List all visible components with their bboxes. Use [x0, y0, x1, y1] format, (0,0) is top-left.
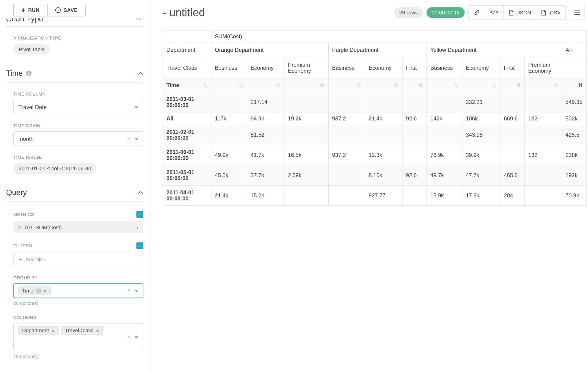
- embed-code-button[interactable]: </>: [485, 6, 504, 20]
- save-button[interactable]: SAVE: [48, 4, 85, 16]
- value-cell: [284, 185, 328, 205]
- column-sort-header[interactable]: [247, 78, 284, 92]
- sort-icon: [454, 83, 459, 88]
- value-cell: 106k: [462, 112, 500, 125]
- time-column-select[interactable]: Travel Date: [13, 100, 143, 114]
- column-sort-header[interactable]: [211, 78, 247, 92]
- add-filter-label: Add filter: [25, 256, 46, 263]
- column-sort-header[interactable]: [500, 78, 525, 92]
- metric-header-row: SUM(Cost): [163, 30, 587, 43]
- clear-icon[interactable]: ×: [127, 334, 131, 340]
- selected-value-tag[interactable]: Timei×: [18, 286, 51, 295]
- column-sort-header[interactable]: [284, 78, 328, 92]
- leaf-header-cell: Business: [427, 57, 462, 78]
- column-sort-header[interactable]: [525, 78, 562, 92]
- time-sort-header[interactable]: Time: [163, 78, 211, 92]
- file-icon: [541, 10, 546, 16]
- row-header: 2011-02-01 00:00:00: [163, 125, 211, 145]
- value-cell: 132: [525, 112, 562, 125]
- value-cell: 81.52: [247, 125, 284, 145]
- sort-icon: [418, 83, 423, 88]
- value-cell: [328, 165, 365, 185]
- leaf-header-cell: Economy: [462, 57, 500, 78]
- download-csv-button[interactable]: .CSV: [536, 6, 566, 20]
- clear-icon[interactable]: ×: [127, 135, 131, 141]
- metric-name: SUM(Cost): [36, 224, 62, 230]
- column-sort-header[interactable]: [462, 78, 500, 92]
- value-cell: 49.7k: [427, 165, 462, 185]
- group-by-select[interactable]: Timei× ×: [13, 283, 143, 298]
- menu-button[interactable]: [570, 6, 585, 20]
- column-sort-header[interactable]: [427, 78, 462, 92]
- value-cell: [525, 165, 562, 185]
- columns-tags: Department×Travel Class×: [18, 326, 103, 335]
- chevron-right-icon: ›: [136, 224, 139, 231]
- plus-circle-icon: [55, 7, 61, 13]
- row-header: 2011-04-01 00:00:00: [163, 185, 211, 205]
- selected-value-tag[interactable]: Department×: [18, 326, 59, 335]
- add-filter-button[interactable]: + Add filter: [13, 253, 143, 266]
- group-header-cell: All: [562, 43, 587, 57]
- column-sort-header[interactable]: [328, 78, 365, 92]
- visualization-type-value[interactable]: Pivot Table: [13, 44, 50, 54]
- column-sort-header[interactable]: [562, 78, 587, 92]
- clipped-section-header: Chart Type: [6, 18, 143, 24]
- remove-tag-icon[interactable]: ×: [96, 328, 99, 333]
- share-link-button[interactable]: [469, 6, 485, 20]
- value-cell: 19.2k: [284, 112, 328, 125]
- table-row: 2011-05-01 00:00:0045.5k37.7k2.69k8.16k9…: [163, 165, 587, 185]
- value-cell: [525, 92, 562, 112]
- info-icon: i: [36, 288, 41, 293]
- clear-icon[interactable]: ×: [127, 287, 131, 293]
- chevron-down-icon: [134, 290, 138, 292]
- column-sort-header[interactable]: [402, 78, 427, 92]
- chart-title[interactable]: - untitled: [163, 6, 205, 19]
- value-cell: 21.4k: [365, 112, 402, 125]
- query-timer-badge: 00:00:00.18: [427, 7, 465, 18]
- time-range-value[interactable]: 2011-01-01 ≤ col < 2011-06-30: [13, 163, 96, 174]
- sort-icon: [276, 83, 281, 88]
- table-row: 2011-06-01 00:00:0049.9k41.7k16.5k937.21…: [163, 145, 587, 165]
- chart-area: - untitled 26 rows 00:00:00.18 </> .JSON: [150, 0, 588, 372]
- link-icon: [474, 10, 480, 16]
- selected-value-tag[interactable]: Travel Class×: [61, 326, 103, 335]
- visualization-type-label: Visualization Type: [13, 36, 143, 41]
- chevron-up-icon[interactable]: [136, 18, 141, 20]
- time-section-header[interactable]: Time i: [6, 69, 143, 83]
- value-cell: [427, 125, 462, 145]
- value-cell: [427, 92, 462, 112]
- time-grain-value: month: [18, 136, 34, 142]
- group-header-cell: Purple Department: [328, 43, 427, 57]
- download-json-button[interactable]: .JSON: [504, 6, 536, 20]
- info-icon: i: [26, 70, 32, 76]
- chevron-up-icon[interactable]: [138, 191, 143, 194]
- sort-icon: [357, 83, 361, 88]
- chevron-up-icon[interactable]: [138, 72, 143, 75]
- query-section-header[interactable]: Query: [6, 188, 143, 202]
- run-button[interactable]: RUN: [14, 4, 48, 16]
- value-cell: [500, 125, 525, 145]
- time-grain-label: Time Grain: [13, 123, 143, 128]
- columns-select[interactable]: Department×Travel Class× ×: [13, 323, 143, 351]
- remove-tag-icon[interactable]: ×: [44, 288, 47, 293]
- value-cell: [211, 125, 247, 145]
- value-cell: 425.5: [562, 125, 587, 145]
- value-cell: 70.9k: [562, 185, 587, 205]
- metric-item[interactable]: ×ƒ(x)SUM(Cost)›: [13, 221, 143, 233]
- column-sort-header[interactable]: [365, 78, 402, 92]
- sort-icon: [516, 83, 521, 88]
- value-cell: [328, 125, 365, 145]
- add-filter-plus-button[interactable]: +: [136, 242, 143, 249]
- add-metric-button[interactable]: +: [136, 211, 143, 218]
- leaf-header-cell: Premium Economy: [525, 57, 562, 78]
- tag-label: Department: [22, 328, 49, 333]
- remove-tag-icon[interactable]: ×: [52, 328, 55, 333]
- remove-metric-icon[interactable]: ×: [18, 224, 21, 230]
- value-cell: 37.7k: [247, 165, 284, 185]
- time-grain-select[interactable]: month ×: [13, 131, 143, 146]
- file-icon: [509, 10, 514, 16]
- pivot-table-container: SUM(Cost)DepartmentOrange DepartmentPurp…: [163, 30, 585, 205]
- time-section-title: Time: [6, 69, 23, 78]
- leaf-header-cell: Economy: [247, 57, 284, 78]
- value-cell: [402, 185, 427, 205]
